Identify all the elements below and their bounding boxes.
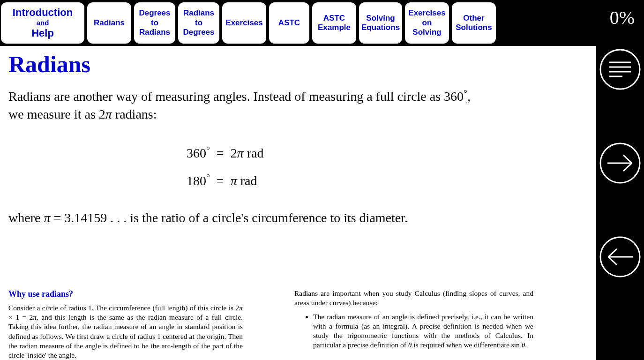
tab-label: Equations	[361, 23, 400, 32]
tab-label: Exercises	[408, 8, 445, 18]
tab-label: Solutions	[456, 23, 492, 32]
content-area: Radians Radians are another way of measu…	[0, 46, 596, 360]
svg-point-0	[600, 50, 640, 89]
tab-label: Solving	[412, 28, 441, 37]
tab-label: Degrees	[183, 28, 214, 37]
tab-label: Help	[31, 27, 54, 39]
menu-button[interactable]	[597, 46, 644, 93]
equations-block: 360° = 2π rad 180° = π rad	[8, 140, 588, 195]
page-title: Radians	[8, 51, 588, 78]
tab-label: Degrees	[139, 8, 170, 18]
footer-right-column: Radians are important when you study Cal…	[294, 289, 533, 360]
top-tab-bar: Introduction and Help Radians Degrees to…	[0, 0, 644, 46]
tab-label: Introduction	[13, 7, 73, 19]
tab-label: and	[37, 19, 49, 27]
footer-left-text: Consider a circle of radius 1. The circu…	[8, 303, 243, 360]
arrow-left-icon	[599, 236, 641, 278]
tab-degrees-to-radians[interactable]: Degrees to Radians	[134, 2, 175, 44]
equation-1: 360° = 2π rad	[187, 140, 588, 167]
tab-label: to	[151, 18, 158, 28]
tab-label: Radians	[139, 28, 170, 37]
tab-other-solutions[interactable]: Other Solutions	[452, 2, 496, 44]
menu-icon	[599, 48, 641, 90]
footer-right-intro: Radians are important when you study Cal…	[294, 289, 533, 308]
tab-label: Exercises	[225, 18, 262, 28]
tab-label: Radians	[183, 8, 214, 18]
right-sidebar	[596, 46, 644, 360]
tab-introduction[interactable]: Introduction and Help	[1, 2, 84, 44]
intro-paragraph: Radians are another way of measuring ang…	[8, 87, 472, 123]
tab-astc-example[interactable]: ASTC Example	[312, 2, 356, 44]
tab-radians-to-degrees[interactable]: Radians to Degrees	[178, 2, 219, 44]
equation-2: 180° = π rad	[187, 167, 588, 195]
footer-columns: Why use radians? Consider a circle of ra…	[8, 289, 588, 360]
tab-label: on	[422, 18, 432, 28]
tab-radians[interactable]: Radians	[87, 2, 131, 44]
back-button[interactable]	[597, 233, 644, 280]
tab-label: Solving	[366, 14, 395, 23]
tab-label: Other	[463, 14, 484, 23]
tab-label: to	[195, 18, 202, 28]
tab-exercises-solving[interactable]: Exercises on Solving	[405, 2, 449, 44]
tab-label: ASTC	[323, 14, 345, 23]
lower-area: Radians Radians are another way of measu…	[0, 46, 644, 360]
arrow-right-icon	[599, 142, 641, 184]
next-button[interactable]	[597, 140, 644, 187]
footer-heading: Why use radians?	[8, 289, 243, 300]
svg-line-8	[623, 163, 632, 171]
tab-label: ASTC	[278, 18, 300, 28]
tab-solving-equations[interactable]: Solving Equations	[359, 2, 402, 44]
where-paragraph: where π = 3.14159 . . . is the ratio of …	[8, 209, 472, 227]
svg-line-11	[608, 249, 617, 257]
tab-label: Radians	[94, 18, 125, 28]
svg-line-12	[608, 257, 617, 265]
tab-exercises[interactable]: Exercises	[222, 2, 266, 44]
svg-line-7	[623, 155, 632, 163]
progress-percent: 0%	[610, 7, 635, 29]
tab-astc[interactable]: ASTC	[269, 2, 309, 44]
footer-bullet: The radian measure of an angle is define…	[313, 312, 533, 350]
footer-left-column: Why use radians? Consider a circle of ra…	[8, 289, 243, 360]
tab-label: Example	[318, 23, 351, 32]
